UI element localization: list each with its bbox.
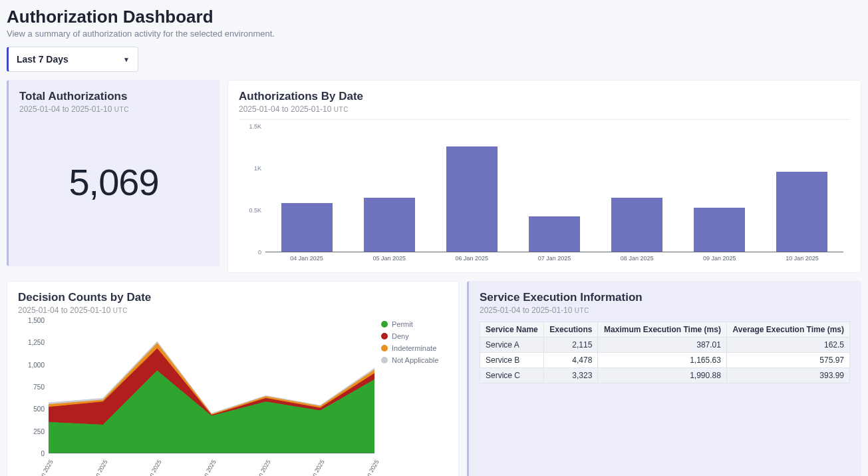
bar[interactable] <box>529 216 580 252</box>
x-tick: 5 Jan 2025 <box>88 459 108 476</box>
legend-swatch <box>381 357 388 363</box>
x-tick: 8 Jan 2025 <box>251 459 271 476</box>
card-subtitle: 2025-01-04 to 2025-01-10 UTC <box>19 105 208 114</box>
x-tick: 09 Jan 2025 <box>703 255 736 262</box>
table-header[interactable]: Maximum Execution Time (ms) <box>598 322 727 338</box>
table-cell: Service B <box>480 353 544 368</box>
table-cell: 3,323 <box>544 368 598 383</box>
service-table: Service NameExecutionsMaximum Execution … <box>480 322 850 383</box>
table-cell: 1,165.63 <box>598 353 727 368</box>
table-cell: 162.5 <box>726 338 849 353</box>
legend-label: Deny <box>392 332 409 340</box>
legend-label: Permit <box>392 320 413 328</box>
legend-swatch <box>381 333 388 340</box>
bar[interactable] <box>694 208 745 252</box>
card-total-authorizations: Total Authorizations 2025-01-04 to 2025-… <box>7 80 219 266</box>
y-tick: 1,500 <box>28 317 45 324</box>
table-row: Service C3,3231,990.88393.99 <box>480 368 850 383</box>
card-subtitle: 2025-01-04 to 2025-01-10 UTC <box>480 306 850 315</box>
bar[interactable] <box>446 146 498 252</box>
page-title: Authorization Dashboard <box>7 7 861 27</box>
legend-label: Not Applicable <box>392 356 438 364</box>
legend-item[interactable]: Deny <box>381 332 448 340</box>
table-header[interactable]: Service Name <box>480 322 544 338</box>
card-title: Decision Counts by Date <box>18 291 448 304</box>
x-tick: 10 Jan 2025 <box>786 255 819 262</box>
table-cell: 2,115 <box>544 338 598 353</box>
x-tick: 7 Jan 2025 <box>197 459 217 476</box>
y-tick: 0 <box>41 450 45 457</box>
x-tick: 07 Jan 2025 <box>538 255 571 262</box>
table-cell: 4,478 <box>544 353 598 368</box>
card-authorizations-by-date: Authorizations By Date 2025-01-04 to 202… <box>227 80 861 273</box>
y-tick: 250 <box>33 427 45 435</box>
card-subtitle: 2025-01-04 to 2025-01-10 UTC <box>18 306 448 315</box>
table-header[interactable]: Average Execution Time (ms) <box>726 322 849 338</box>
x-tick: 04 Jan 2025 <box>290 255 323 262</box>
table-cell: Service C <box>480 368 544 383</box>
card-decision-counts: Decision Counts by Date 2025-01-04 to 20… <box>7 281 459 476</box>
bar[interactable] <box>364 198 415 252</box>
y-tick: 1K <box>254 165 261 172</box>
bar[interactable] <box>611 198 662 252</box>
y-tick: 500 <box>33 405 45 413</box>
x-tick: 4 Jan 2025 <box>34 459 55 476</box>
y-tick: 1,000 <box>28 361 45 368</box>
x-tick: 06 Jan 2025 <box>456 255 489 262</box>
bar[interactable] <box>776 172 827 252</box>
table-header[interactable]: Executions <box>544 322 598 338</box>
legend-item[interactable]: Indeterminate <box>381 344 448 352</box>
legend-swatch <box>381 321 388 328</box>
x-tick: 6 Jan 2025 <box>142 459 163 476</box>
table-cell: 575.97 <box>726 353 849 368</box>
table-row: Service A2,115387.01162.5 <box>480 338 850 353</box>
card-title: Service Execution Information <box>480 291 850 304</box>
y-tick: 1,250 <box>28 339 45 346</box>
y-tick: 0 <box>258 249 261 256</box>
card-title: Authorizations By Date <box>239 90 850 103</box>
bar-chart: 00.5K1K1.5K 04 Jan 202505 Jan 202506 Jan… <box>239 119 850 266</box>
table-cell: 1,990.88 <box>598 368 727 383</box>
bar[interactable] <box>281 203 333 252</box>
legend-item[interactable]: Not Applicable <box>381 356 448 364</box>
y-tick: 1.5K <box>249 123 261 130</box>
table-row: Service B4,4781,165.63575.97 <box>480 353 850 368</box>
page-subtitle: View a summary of authorization activity… <box>7 29 861 39</box>
card-title: Total Authorizations <box>19 90 208 103</box>
x-tick: 9 Jan 2025 <box>305 459 326 476</box>
date-range-label: Last 7 Days <box>17 54 69 65</box>
card-subtitle: 2025-01-04 to 2025-01-10 UTC <box>239 105 850 114</box>
total-authorizations-value: 5,069 <box>19 160 208 204</box>
x-tick: 05 Jan 2025 <box>372 255 406 262</box>
legend-swatch <box>381 345 388 352</box>
y-tick: 750 <box>33 383 45 391</box>
date-range-select[interactable]: Last 7 Days ▼ <box>7 47 138 72</box>
area-chart: 02505007501,0001,2501,500 4 Jan 20255 Ja… <box>18 320 448 476</box>
legend-label: Indeterminate <box>392 344 436 352</box>
x-tick: 10 Jan 2025 <box>358 459 380 476</box>
legend-item[interactable]: Permit <box>381 320 448 328</box>
table-cell: Service A <box>480 338 544 353</box>
table-cell: 393.99 <box>726 368 849 383</box>
x-tick: 08 Jan 2025 <box>621 255 654 262</box>
table-cell: 387.01 <box>598 338 727 353</box>
y-tick: 0.5K <box>249 207 261 214</box>
card-service-execution: Service Execution Information 2025-01-04… <box>467 281 861 476</box>
chevron-down-icon: ▼ <box>123 56 130 63</box>
